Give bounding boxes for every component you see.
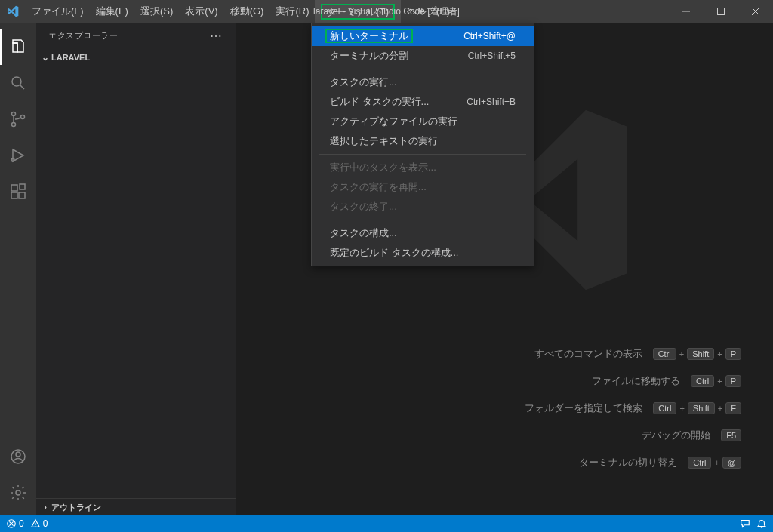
sidebar-title: エクスプローラー: [48, 30, 118, 42]
svg-point-3: [12, 123, 16, 127]
keycap: Shift: [688, 402, 715, 414]
menu-item-3[interactable]: タスクの実行...: [312, 72, 534, 92]
status-bell-icon[interactable]: [756, 518, 767, 529]
source-control-icon[interactable]: [0, 101, 36, 137]
status-feedback-icon[interactable]: [740, 518, 750, 529]
menu-separator: [319, 220, 526, 220]
settings-gear-icon[interactable]: [0, 475, 36, 511]
minimize-button[interactable]: [669, 0, 704, 23]
svg-rect-9: [20, 184, 25, 189]
shortcut-label: すべてのコマンドの表示: [534, 347, 642, 361]
keycap: Shift: [687, 348, 714, 360]
keycap: F: [725, 402, 741, 414]
outline-header[interactable]: › アウトライン: [36, 499, 236, 515]
outline-label: アウトライン: [51, 502, 101, 513]
menu-item-0[interactable]: 新しいターミナルCtrl+Shift+@: [312, 26, 534, 46]
window-title: laravel - Visual Studio Code [管理者]: [313, 5, 460, 18]
welcome-shortcut-row: ターミナルの切り替えCtrl+@: [525, 456, 743, 469]
menu-item-8: 実行中のタスクを表示...: [312, 158, 534, 177]
search-icon[interactable]: [0, 65, 36, 101]
terminal-menu-dropdown: 新しいターミナルCtrl+Shift+@ターミナルの分割Ctrl+Shift+5…: [311, 23, 534, 266]
menu-go[interactable]: 移動(G): [224, 0, 270, 23]
svg-point-1: [12, 77, 21, 86]
menu-item-10: タスクの終了...: [312, 197, 534, 217]
menu-view[interactable]: 表示(V): [179, 0, 223, 23]
project-name: LARAVEL: [51, 53, 90, 62]
keycap: Ctrl: [653, 348, 676, 360]
welcome-shortcut-row: ファイルに移動するCtrl+P: [525, 374, 743, 388]
menu-edit[interactable]: 編集(E): [90, 0, 134, 23]
keycap: Ctrl: [688, 457, 711, 469]
keycap: @: [722, 457, 741, 469]
account-icon[interactable]: [0, 438, 36, 475]
maximize-button[interactable]: [704, 0, 738, 23]
statusbar: 0 0: [0, 515, 773, 532]
menu-run[interactable]: 実行(R): [269, 0, 315, 23]
status-warnings[interactable]: 0: [30, 518, 48, 529]
keycap: P: [725, 348, 741, 360]
shortcut-label: ターミナルの切り替え: [579, 456, 677, 469]
vscode-logo-icon: [0, 5, 26, 17]
menu-item-12[interactable]: タスクの構成...: [312, 223, 534, 243]
menu-separator: [319, 154, 526, 155]
shortcut-label: デバッグの開始: [642, 429, 710, 442]
welcome-shortcut-row: フォルダーを指定して検索Ctrl+Shift+F: [525, 401, 743, 415]
keycap: Ctrl: [653, 402, 676, 414]
titlebar: ファイル(F) 編集(E) 選択(S) 表示(V) 移動(G) 実行(R) ター…: [0, 0, 773, 23]
menu-item-4[interactable]: ビルド タスクの実行...Ctrl+Shift+B: [312, 92, 534, 112]
extensions-icon[interactable]: [0, 174, 36, 210]
chevron-right-icon: ›: [39, 502, 51, 512]
close-button[interactable]: [738, 0, 773, 23]
sidebar: エクスプローラー ⋯ ⌄ LARAVEL › アウトライン: [36, 23, 236, 515]
svg-point-4: [21, 115, 25, 119]
keycap: F5: [721, 429, 741, 441]
menu-item-13[interactable]: 既定のビルド タスクの構成...: [312, 243, 534, 263]
status-errors[interactable]: 0: [6, 518, 24, 529]
run-debug-icon[interactable]: [0, 137, 36, 174]
svg-rect-6: [11, 185, 17, 191]
chevron-down-icon: ⌄: [39, 52, 51, 63]
explorer-icon[interactable]: [0, 29, 36, 65]
window-controls: [669, 0, 773, 23]
project-header[interactable]: ⌄ LARAVEL: [36, 49, 236, 66]
sidebar-header: エクスプローラー ⋯: [36, 23, 236, 49]
menu-item-5[interactable]: アクティブなファイルの実行: [312, 112, 534, 131]
svg-rect-7: [11, 192, 17, 198]
welcome-shortcut-row: すべてのコマンドの表示Ctrl+Shift+P: [525, 347, 743, 361]
keycap: P: [725, 375, 741, 387]
sidebar-more-icon[interactable]: ⋯: [210, 29, 223, 43]
svg-point-12: [16, 490, 20, 495]
shortcut-label: ファイルに移動する: [592, 374, 680, 388]
menu-item-6[interactable]: 選択したテキストの実行: [312, 131, 534, 151]
svg-rect-8: [19, 192, 25, 198]
welcome-shortcut-row: デバッグの開始F5: [525, 429, 743, 442]
menu-item-1[interactable]: ターミナルの分割Ctrl+Shift+5: [312, 46, 534, 66]
menu-selection[interactable]: 選択(S): [134, 0, 179, 23]
svg-rect-0: [718, 8, 725, 15]
menu-file[interactable]: ファイル(F): [26, 0, 90, 23]
menu-item-9: タスクの実行を再開...: [312, 177, 534, 197]
shortcut-label: フォルダーを指定して検索: [525, 401, 642, 415]
menu-separator: [319, 69, 526, 69]
activity-bar: [0, 23, 36, 515]
svg-point-2: [12, 112, 16, 116]
svg-point-11: [16, 452, 20, 457]
keycap: Ctrl: [691, 375, 714, 387]
welcome-shortcuts: すべてのコマンドの表示Ctrl+Shift+Pファイルに移動するCtrl+Pフォ…: [525, 347, 743, 469]
